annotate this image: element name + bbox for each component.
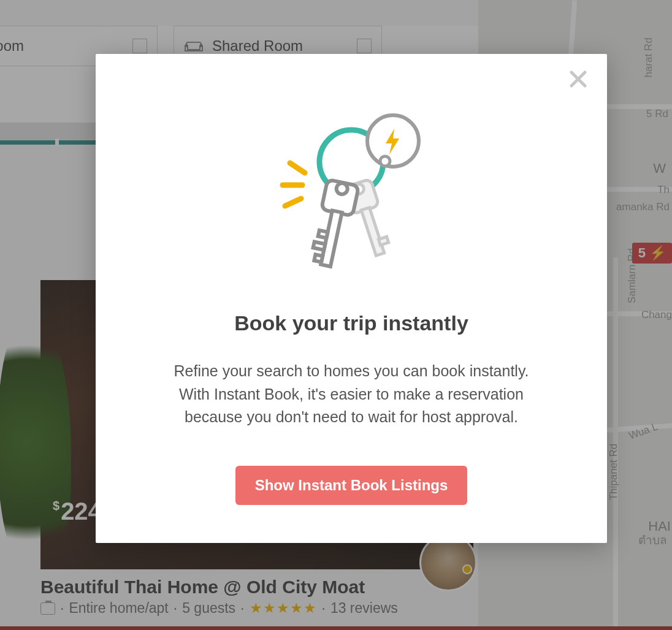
svg-point-12	[335, 182, 348, 195]
show-instant-book-button[interactable]: Show Instant Book Listings	[235, 466, 468, 505]
svg-line-2	[290, 163, 305, 173]
svg-rect-10	[378, 237, 388, 245]
search-results-page: vate Room Shared Room $224 Beautiful Tha…	[0, 0, 672, 630]
svg-rect-9	[361, 208, 384, 256]
svg-line-0	[285, 199, 301, 206]
modal-title: Book your trip instantly	[139, 311, 564, 335]
modal-body: Refine your search to homes you can book…	[161, 360, 541, 429]
keys-illustration-icon	[272, 103, 431, 275]
instant-book-modal: Book your trip instantly Refine your sea…	[96, 54, 607, 543]
close-button[interactable]	[568, 69, 589, 89]
close-icon	[568, 69, 589, 89]
svg-point-6	[380, 156, 390, 166]
